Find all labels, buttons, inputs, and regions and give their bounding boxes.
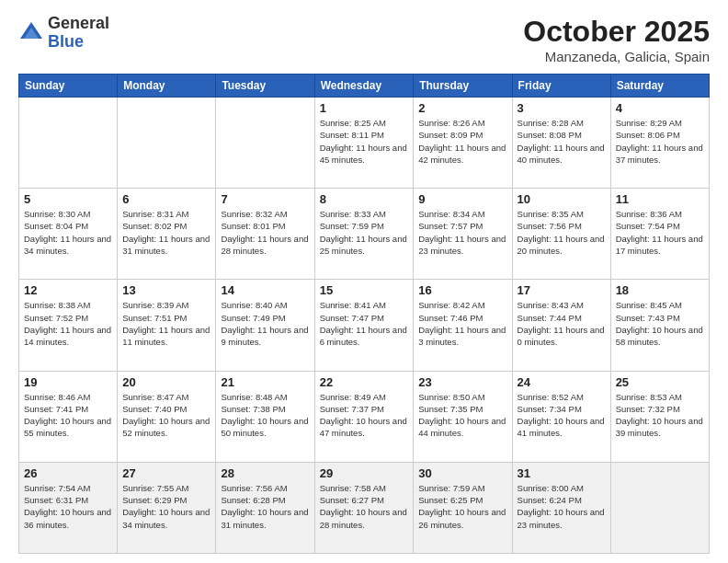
day-number: 14: [221, 283, 309, 297]
day-info: Sunrise: 8:50 AM Sunset: 7:35 PM Dayligh…: [418, 391, 506, 440]
day-number: 8: [320, 192, 409, 206]
weekday-wednesday: Wednesday: [314, 75, 414, 98]
weekday-sunday: Sunday: [19, 75, 118, 98]
day-cell: 11Sunrise: 8:36 AM Sunset: 7:54 PM Dayli…: [610, 189, 709, 280]
day-info: Sunrise: 8:45 AM Sunset: 7:43 PM Dayligh…: [616, 299, 704, 348]
day-number: 6: [122, 192, 210, 206]
calendar-body: 1Sunrise: 8:25 AM Sunset: 8:11 PM Daylig…: [19, 98, 710, 554]
week-row-4: 26Sunrise: 7:54 AM Sunset: 6:31 PM Dayli…: [19, 462, 710, 553]
day-number: 9: [418, 192, 506, 206]
day-cell: 22Sunrise: 8:49 AM Sunset: 7:37 PM Dayli…: [314, 371, 414, 462]
day-cell: 10Sunrise: 8:35 AM Sunset: 7:56 PM Dayli…: [512, 189, 610, 280]
day-cell: 8Sunrise: 8:33 AM Sunset: 7:59 PM Daylig…: [314, 189, 414, 280]
day-number: 17: [518, 283, 606, 297]
day-cell: 24Sunrise: 8:52 AM Sunset: 7:34 PM Dayli…: [512, 371, 610, 462]
calendar: SundayMondayTuesdayWednesdayThursdayFrid…: [18, 74, 710, 554]
page: General Blue October 2025 Manzaneda, Gal…: [0, 0, 728, 563]
day-cell: 25Sunrise: 8:53 AM Sunset: 7:32 PM Dayli…: [610, 371, 709, 462]
day-number: 19: [24, 375, 112, 389]
day-cell: [118, 98, 216, 189]
day-number: 1: [320, 101, 409, 115]
day-info: Sunrise: 8:29 AM Sunset: 8:06 PM Dayligh…: [616, 117, 704, 166]
logo: General Blue: [18, 15, 109, 52]
day-info: Sunrise: 8:52 AM Sunset: 7:34 PM Dayligh…: [518, 391, 606, 440]
day-cell: 19Sunrise: 8:46 AM Sunset: 7:41 PM Dayli…: [19, 371, 118, 462]
logo-blue: Blue: [48, 33, 109, 52]
week-row-2: 12Sunrise: 8:38 AM Sunset: 7:52 PM Dayli…: [19, 280, 710, 371]
day-number: 23: [418, 375, 506, 389]
day-info: Sunrise: 8:36 AM Sunset: 7:54 PM Dayligh…: [616, 208, 704, 257]
day-info: Sunrise: 8:28 AM Sunset: 8:08 PM Dayligh…: [518, 117, 606, 166]
day-info: Sunrise: 8:34 AM Sunset: 7:57 PM Dayligh…: [418, 208, 506, 257]
day-info: Sunrise: 8:26 AM Sunset: 8:09 PM Dayligh…: [418, 117, 506, 166]
weekday-thursday: Thursday: [414, 75, 512, 98]
day-info: Sunrise: 8:43 AM Sunset: 7:44 PM Dayligh…: [518, 299, 606, 348]
day-cell: 27Sunrise: 7:55 AM Sunset: 6:29 PM Dayli…: [118, 462, 216, 553]
day-cell: 9Sunrise: 8:34 AM Sunset: 7:57 PM Daylig…: [414, 189, 512, 280]
day-cell: 21Sunrise: 8:48 AM Sunset: 7:38 PM Dayli…: [216, 371, 314, 462]
day-cell: [216, 98, 314, 189]
day-info: Sunrise: 8:30 AM Sunset: 8:04 PM Dayligh…: [24, 208, 112, 257]
day-number: 26: [24, 466, 112, 480]
day-cell: 4Sunrise: 8:29 AM Sunset: 8:06 PM Daylig…: [610, 98, 709, 189]
day-cell: 16Sunrise: 8:42 AM Sunset: 7:46 PM Dayli…: [414, 280, 512, 371]
week-row-1: 5Sunrise: 8:30 AM Sunset: 8:04 PM Daylig…: [19, 189, 710, 280]
day-info: Sunrise: 8:38 AM Sunset: 7:52 PM Dayligh…: [24, 299, 112, 348]
weekday-monday: Monday: [118, 75, 216, 98]
day-number: 2: [418, 101, 506, 115]
day-number: 5: [24, 192, 112, 206]
day-info: Sunrise: 7:54 AM Sunset: 6:31 PM Dayligh…: [24, 482, 112, 531]
day-number: 28: [221, 466, 309, 480]
month-title: October 2025: [523, 15, 710, 49]
day-info: Sunrise: 7:59 AM Sunset: 6:25 PM Dayligh…: [418, 482, 506, 531]
day-info: Sunrise: 8:35 AM Sunset: 7:56 PM Dayligh…: [518, 208, 606, 257]
day-number: 12: [24, 283, 112, 297]
day-cell: [19, 98, 118, 189]
day-info: Sunrise: 8:46 AM Sunset: 7:41 PM Dayligh…: [24, 391, 112, 440]
day-info: Sunrise: 8:47 AM Sunset: 7:40 PM Dayligh…: [122, 391, 210, 440]
day-cell: 20Sunrise: 8:47 AM Sunset: 7:40 PM Dayli…: [118, 371, 216, 462]
day-cell: 31Sunrise: 8:00 AM Sunset: 6:24 PM Dayli…: [512, 462, 610, 553]
day-number: 31: [518, 466, 606, 480]
day-info: Sunrise: 8:41 AM Sunset: 7:47 PM Dayligh…: [320, 299, 409, 348]
day-number: 7: [221, 192, 309, 206]
day-cell: 6Sunrise: 8:31 AM Sunset: 8:02 PM Daylig…: [118, 189, 216, 280]
weekday-header: SundayMondayTuesdayWednesdayThursdayFrid…: [19, 75, 710, 98]
day-number: 20: [122, 375, 210, 389]
day-number: 30: [418, 466, 506, 480]
day-number: 11: [616, 192, 704, 206]
logo-icon: [18, 20, 44, 46]
logo-text: General Blue: [48, 15, 109, 52]
day-cell: 14Sunrise: 8:40 AM Sunset: 7:49 PM Dayli…: [216, 280, 314, 371]
weekday-friday: Friday: [512, 75, 610, 98]
logo-general: General: [48, 15, 109, 33]
day-number: 16: [418, 283, 506, 297]
title-block: October 2025 Manzaneda, Galicia, Spain: [523, 15, 710, 64]
day-cell: [610, 462, 709, 553]
day-cell: 17Sunrise: 8:43 AM Sunset: 7:44 PM Dayli…: [512, 280, 610, 371]
day-info: Sunrise: 8:48 AM Sunset: 7:38 PM Dayligh…: [221, 391, 309, 440]
day-info: Sunrise: 8:42 AM Sunset: 7:46 PM Dayligh…: [418, 299, 506, 348]
day-cell: 18Sunrise: 8:45 AM Sunset: 7:43 PM Dayli…: [610, 280, 709, 371]
day-info: Sunrise: 8:25 AM Sunset: 8:11 PM Dayligh…: [320, 117, 409, 166]
day-cell: 5Sunrise: 8:30 AM Sunset: 8:04 PM Daylig…: [19, 189, 118, 280]
day-number: 4: [616, 101, 704, 115]
day-info: Sunrise: 8:40 AM Sunset: 7:49 PM Dayligh…: [221, 299, 309, 348]
day-info: Sunrise: 8:53 AM Sunset: 7:32 PM Dayligh…: [616, 391, 704, 440]
day-cell: 26Sunrise: 7:54 AM Sunset: 6:31 PM Dayli…: [19, 462, 118, 553]
header: General Blue October 2025 Manzaneda, Gal…: [18, 15, 710, 64]
day-info: Sunrise: 8:33 AM Sunset: 7:59 PM Dayligh…: [320, 208, 409, 257]
day-info: Sunrise: 7:56 AM Sunset: 6:28 PM Dayligh…: [221, 482, 309, 531]
day-cell: 12Sunrise: 8:38 AM Sunset: 7:52 PM Dayli…: [19, 280, 118, 371]
day-cell: 2Sunrise: 8:26 AM Sunset: 8:09 PM Daylig…: [414, 98, 512, 189]
day-cell: 13Sunrise: 8:39 AM Sunset: 7:51 PM Dayli…: [118, 280, 216, 371]
day-info: Sunrise: 8:00 AM Sunset: 6:24 PM Dayligh…: [518, 482, 606, 531]
day-cell: 3Sunrise: 8:28 AM Sunset: 8:08 PM Daylig…: [512, 98, 610, 189]
day-cell: 1Sunrise: 8:25 AM Sunset: 8:11 PM Daylig…: [314, 98, 414, 189]
day-number: 25: [616, 375, 704, 389]
day-info: Sunrise: 8:31 AM Sunset: 8:02 PM Dayligh…: [122, 208, 210, 257]
day-number: 13: [122, 283, 210, 297]
day-number: 3: [518, 101, 606, 115]
day-cell: 29Sunrise: 7:58 AM Sunset: 6:27 PM Dayli…: [314, 462, 414, 553]
day-number: 24: [518, 375, 606, 389]
